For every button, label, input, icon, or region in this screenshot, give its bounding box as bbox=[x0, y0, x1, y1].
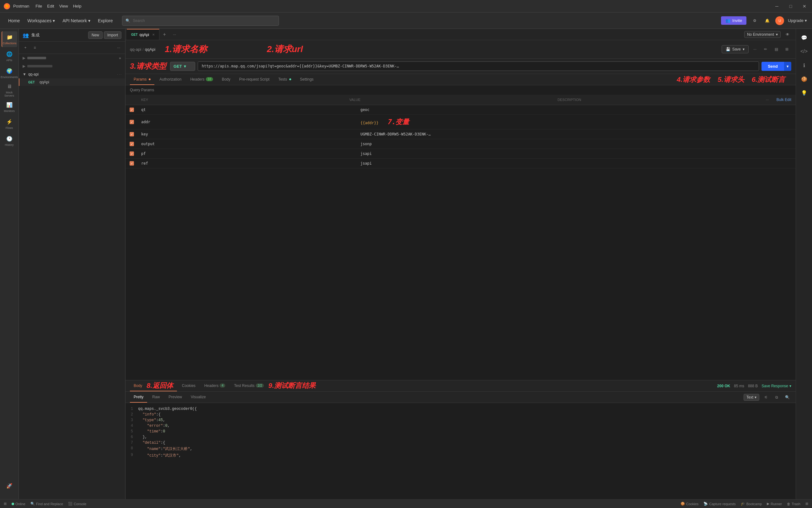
nav-explore[interactable]: Explore bbox=[95, 16, 116, 25]
checkbox-key[interactable] bbox=[130, 132, 134, 136]
url-input[interactable] bbox=[198, 61, 759, 71]
param-val-qt[interactable]: geoc bbox=[357, 105, 577, 115]
more-tabs-button[interactable]: ··· bbox=[169, 29, 179, 40]
avatar[interactable]: U bbox=[775, 16, 784, 25]
bulk-edit-button[interactable]: Bulk Edit bbox=[772, 96, 796, 103]
param-val-pf[interactable]: jsapi bbox=[357, 149, 577, 158]
param-key-ref[interactable]: ref bbox=[138, 159, 357, 168]
collection-qq-api[interactable]: ▼ qq-api · · · bbox=[19, 70, 125, 78]
menu-view[interactable]: View bbox=[59, 4, 68, 8]
param-check-qt[interactable] bbox=[125, 105, 138, 115]
param-val-addr[interactable]: {{addr}} 7.变量 bbox=[357, 115, 577, 129]
params-more-button[interactable]: ··· bbox=[763, 96, 772, 103]
resp-tab-cookies[interactable]: Cookies bbox=[178, 380, 199, 391]
tab-settings[interactable]: Settings bbox=[296, 74, 317, 85]
resp-tab-body[interactable]: Body 8.返回体 bbox=[130, 380, 177, 391]
menu-edit[interactable]: Edit bbox=[47, 4, 54, 8]
right-info-icon[interactable]: ℹ bbox=[798, 59, 810, 72]
checkbox-pf[interactable] bbox=[130, 152, 134, 156]
send-dropdown-button[interactable]: ▾ bbox=[784, 62, 791, 71]
capture-requests-button[interactable]: 📡 Capture requests bbox=[703, 502, 735, 506]
eye-icon[interactable]: 👁 bbox=[783, 30, 792, 39]
sidebar-rocket-icon[interactable]: 🚀 bbox=[2, 478, 17, 494]
trash-button[interactable]: 🗑 Trash bbox=[787, 502, 800, 506]
nav-workspaces[interactable]: Workspaces ▾ bbox=[24, 16, 58, 25]
minimize-button[interactable]: ─ bbox=[773, 2, 781, 10]
tab-params[interactable]: Params bbox=[130, 74, 154, 85]
resp-raw-tab[interactable]: Raw bbox=[149, 392, 163, 403]
close-button[interactable]: ✕ bbox=[801, 2, 808, 10]
collection-item-1[interactable]: ▶ ★ bbox=[19, 54, 125, 62]
resp-pretty-tab[interactable]: Pretty bbox=[130, 392, 147, 403]
bootcamp-button[interactable]: 🎓 Bootcamp bbox=[741, 502, 762, 506]
param-val-ref[interactable]: jsapi bbox=[357, 159, 577, 168]
method-selector[interactable]: GET ▾ bbox=[170, 62, 195, 71]
collection-more-button[interactable]: ··· bbox=[115, 44, 123, 52]
search-response-button[interactable]: 🔍 bbox=[783, 393, 791, 401]
right-cookie-icon[interactable]: 🍪 bbox=[798, 73, 810, 85]
upgrade-button[interactable]: Upgrade ▾ bbox=[788, 18, 807, 23]
edit-icon[interactable]: ✏ bbox=[761, 45, 770, 54]
split-view-icon[interactable]: ⊞ bbox=[782, 45, 791, 54]
param-check-key[interactable] bbox=[125, 129, 138, 139]
sidebar-item-apis[interactable]: 🌐 APIs bbox=[2, 48, 17, 64]
search-bar[interactable]: 🔍 Search bbox=[122, 16, 279, 26]
tab-pre-request[interactable]: Pre-request Script bbox=[235, 74, 273, 85]
nav-api-network[interactable]: API Network ▾ bbox=[59, 16, 93, 25]
param-check-ref[interactable] bbox=[125, 159, 138, 168]
menu-file[interactable]: File bbox=[35, 4, 42, 8]
param-check-addr[interactable] bbox=[125, 117, 138, 127]
format-selector[interactable]: Text ▾ bbox=[743, 394, 759, 401]
cookies-button[interactable]: 🍪 Cookies bbox=[681, 502, 699, 506]
checkbox-ref[interactable] bbox=[130, 161, 134, 166]
console-button[interactable]: ⬛ Console bbox=[68, 502, 86, 506]
nav-home[interactable]: Home bbox=[5, 16, 23, 25]
tab-qqapi[interactable]: GET qqApi ✕ bbox=[127, 29, 159, 40]
param-val-key[interactable]: UGMBZ-CINWR-DDRW5-W52AK-D3ENK-… bbox=[357, 129, 577, 139]
right-code-icon[interactable]: </> bbox=[798, 45, 810, 58]
tab-headers[interactable]: Headers 18 bbox=[187, 74, 216, 85]
param-key-qt[interactable]: qt bbox=[138, 105, 357, 115]
checkbox-qt[interactable] bbox=[130, 108, 134, 112]
tab-authorization[interactable]: Authorization bbox=[156, 74, 185, 85]
find-replace-button[interactable]: 🔍 Find and Replace bbox=[31, 502, 63, 506]
copy-response-button[interactable]: ⧉ bbox=[772, 393, 781, 401]
sidebar-item-environments[interactable]: 🌍 Environments bbox=[2, 65, 17, 81]
checkbox-output[interactable] bbox=[130, 142, 134, 146]
param-key-output[interactable]: output bbox=[138, 139, 357, 149]
add-tab-button[interactable]: + bbox=[159, 29, 169, 40]
param-val-output[interactable]: jsonp bbox=[357, 139, 577, 149]
collection-sort-button[interactable]: ≡ bbox=[31, 44, 39, 52]
param-check-output[interactable] bbox=[125, 139, 138, 149]
right-comment-icon[interactable]: 💬 bbox=[798, 31, 810, 44]
collection-child-qqapi[interactable]: GET qqApi bbox=[19, 78, 125, 86]
resp-visualize-tab[interactable]: Visualize bbox=[187, 392, 210, 403]
collection-item-2[interactable]: ▶ bbox=[19, 62, 125, 70]
view-icon[interactable]: ▤ bbox=[772, 45, 781, 54]
param-key-addr[interactable]: addr bbox=[138, 117, 357, 127]
sidebar-item-flows[interactable]: ⚡ Flows bbox=[2, 116, 17, 132]
menu-help[interactable]: Help bbox=[73, 4, 82, 8]
sidebar-item-monitors[interactable]: 📊 Monitors bbox=[2, 99, 17, 115]
param-check-pf[interactable] bbox=[125, 149, 138, 158]
send-button[interactable]: Send bbox=[762, 62, 784, 71]
sidebar-item-collections[interactable]: 📁 Collections bbox=[2, 31, 17, 47]
more-options-button[interactable]: ··· bbox=[750, 45, 759, 54]
resp-tab-test-results[interactable]: Test Results 2/2 9.测试断言结果 bbox=[230, 380, 319, 391]
maximize-button[interactable]: □ bbox=[787, 2, 795, 10]
sidebar-item-history[interactable]: 🕐 History bbox=[2, 133, 17, 149]
param-key-pf[interactable]: pf bbox=[138, 149, 357, 158]
settings-icon[interactable]: ⚙ bbox=[750, 16, 759, 25]
invite-button[interactable]: 👥 Invite bbox=[721, 16, 746, 25]
save-response-button[interactable]: Save Response ▾ bbox=[762, 384, 791, 388]
filter-icon[interactable]: ⚟ bbox=[762, 393, 770, 401]
grid-icon[interactable]: ⊞ bbox=[805, 502, 808, 506]
close-tab-icon[interactable]: ✕ bbox=[152, 33, 155, 36]
environment-selector[interactable]: No Environment ▾ bbox=[744, 31, 781, 38]
sidebar-item-mock-servers[interactable]: 🖥 Mock Servers bbox=[2, 82, 17, 98]
bell-icon[interactable]: 🔔 bbox=[763, 16, 772, 25]
new-button[interactable]: New bbox=[88, 31, 103, 39]
resp-preview-tab[interactable]: Preview bbox=[165, 392, 186, 403]
resp-tab-headers[interactable]: Headers 4 bbox=[201, 380, 229, 391]
tab-body[interactable]: Body bbox=[218, 74, 234, 85]
